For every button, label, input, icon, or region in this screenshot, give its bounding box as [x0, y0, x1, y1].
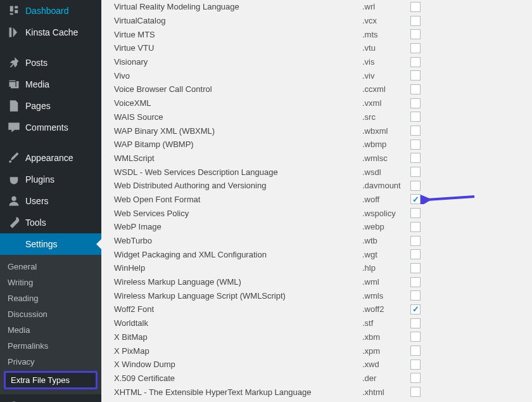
- file-type-checkbox[interactable]: [410, 112, 421, 122]
- file-type-checkbox[interactable]: [410, 29, 421, 39]
- dashboard-icon: [8, 4, 20, 17]
- file-type-checkbox[interactable]: [410, 57, 421, 67]
- file-type-description: WSDL - Web Services Description Language: [114, 167, 362, 177]
- file-type-description: WAP Bitamp (WBMP): [114, 139, 362, 149]
- sidebar-item-comments[interactable]: Comments: [0, 117, 101, 138]
- file-type-checkbox[interactable]: [410, 43, 421, 53]
- file-type-checkbox[interactable]: [410, 139, 421, 150]
- sidebar-item-label: Plugins: [25, 174, 54, 185]
- file-type-extension: .wml: [362, 277, 410, 287]
- file-type-description: WAIS Source: [114, 112, 362, 122]
- file-type-description: Widget Packaging and XML Configuration: [114, 250, 362, 259]
- sidebar-item-users[interactable]: Users: [0, 190, 101, 212]
- file-type-checkbox[interactable]: [410, 16, 421, 26]
- file-type-description: VoiceXML: [114, 98, 362, 108]
- file-type-checkbox[interactable]: [410, 98, 421, 108]
- file-type-row: X.509 Certificate.der: [114, 372, 519, 386]
- file-type-row: Web Distributed Authoring and Versioning…: [114, 179, 519, 193]
- sidebar-item-pages[interactable]: Pages: [0, 95, 101, 117]
- file-type-checkbox[interactable]: [410, 360, 421, 370]
- file-type-description: Web Services Policy: [114, 209, 362, 218]
- file-type-checkbox[interactable]: [410, 2, 421, 12]
- file-type-description: X PixMap: [114, 346, 362, 356]
- file-type-extension: .wmls: [362, 291, 410, 301]
- settings-sub-extra-file-types[interactable]: Extra File Types: [4, 371, 98, 389]
- sidebar-item-appearance[interactable]: Appearance: [0, 147, 101, 169]
- file-type-checkbox[interactable]: [410, 84, 421, 94]
- file-type-row: Web Services Policy.wspolicy: [114, 206, 519, 220]
- file-type-description: VirtualCatalog: [114, 16, 362, 25]
- pages-icon: [8, 100, 20, 112]
- collapse-icon: [8, 399, 20, 402]
- file-type-checkbox[interactable]: [410, 126, 421, 136]
- file-type-checkbox[interactable]: [410, 236, 421, 246]
- file-type-description: Web Distributed Authoring and Versioning: [114, 181, 362, 190]
- settings-sub-writing[interactable]: Writing: [0, 275, 101, 290]
- file-type-row: WebTurbo.wtb: [114, 234, 519, 248]
- file-type-description: WAP Binary XML (WBXML): [114, 126, 362, 136]
- brush-icon: [8, 152, 20, 164]
- file-type-checkbox[interactable]: [410, 373, 421, 383]
- file-type-checkbox[interactable]: [410, 290, 421, 301]
- settings-sub-permalinks[interactable]: Permalinks: [0, 338, 101, 354]
- file-type-extension: .woff: [362, 195, 410, 204]
- file-type-checkbox[interactable]: [410, 208, 421, 218]
- sidebar-item-tools[interactable]: Tools: [0, 212, 101, 233]
- file-type-description: X BitMap: [114, 332, 362, 342]
- file-type-extension: .webp: [362, 222, 410, 231]
- file-type-description: Wireless Markup Language (WML): [114, 277, 362, 287]
- file-type-description: XHTML - The Extensible HyperText Markup …: [114, 387, 362, 397]
- sidebar-item-dashboard[interactable]: Dashboard: [0, 0, 101, 22]
- file-type-description: Virtual Reality Modeling Language: [114, 2, 362, 11]
- settings-sub-privacy[interactable]: Privacy: [0, 354, 101, 370]
- file-type-checkbox[interactable]: [410, 318, 421, 328]
- settings-sub-media-sub[interactable]: Media: [0, 322, 101, 338]
- sidebar-item-media[interactable]: Media: [0, 74, 101, 95]
- file-type-row: WebP Image.webp: [114, 220, 519, 234]
- file-type-row: Virtue MTS.mts: [114, 27, 519, 41]
- file-type-checkbox[interactable]: [410, 304, 421, 314]
- file-type-row: WSDL - Web Services Description Language…: [114, 165, 519, 179]
- file-type-row: Widget Packaging and XML Configuration.w…: [114, 247, 519, 261]
- file-type-checkbox[interactable]: [410, 277, 421, 287]
- file-type-row: WAIS Source.src: [114, 110, 519, 124]
- file-type-extension: .xbm: [362, 332, 410, 342]
- file-type-checkbox[interactable]: [410, 332, 421, 342]
- file-type-checkbox[interactable]: [410, 346, 421, 356]
- file-type-checkbox[interactable]: [410, 181, 421, 191]
- file-type-row: X BitMap.xbm: [114, 330, 519, 344]
- file-type-row: X PixMap.xpm: [114, 344, 519, 358]
- file-type-description: WMLScript: [114, 153, 362, 163]
- file-type-checkbox[interactable]: [410, 263, 421, 273]
- file-type-description: Voice Browser Call Control: [114, 84, 362, 94]
- sidebar-item-label: Media: [25, 79, 49, 89]
- file-type-checkbox[interactable]: [410, 167, 421, 177]
- file-type-checkbox[interactable]: [410, 70, 421, 81]
- file-type-extension: .xhtml: [362, 387, 410, 397]
- collapse-menu-button[interactable]: Collapse menu: [0, 394, 101, 402]
- sidebar-item-label: Settings: [25, 239, 58, 249]
- file-type-checkbox[interactable]: [410, 222, 421, 232]
- file-type-row: Vivo.viv: [114, 68, 519, 82]
- sidebar-item-settings[interactable]: Settings: [0, 233, 101, 255]
- file-type-checkbox[interactable]: [410, 249, 421, 259]
- sidebar-item-label: Pages: [25, 101, 51, 111]
- main-content: Virtual Reality Modeling Language.wrlVir…: [101, 0, 532, 402]
- file-type-description: Visionary: [114, 57, 362, 67]
- sidebar-item-posts[interactable]: Posts: [0, 52, 101, 74]
- settings-sub-reading[interactable]: Reading: [0, 290, 101, 306]
- file-type-checkbox[interactable]: [410, 194, 421, 204]
- file-type-checkbox[interactable]: [410, 153, 421, 163]
- sidebar-item-kinsta[interactable]: Kinsta Cache: [0, 22, 101, 43]
- file-type-description: WebP Image: [114, 222, 362, 231]
- sidebar-item-plugins[interactable]: Plugins: [0, 169, 101, 190]
- settings-sub-discussion[interactable]: Discussion: [0, 306, 101, 322]
- file-type-checkbox[interactable]: [410, 387, 421, 397]
- settings-sub-general[interactable]: General: [0, 259, 101, 275]
- file-type-extension: .wspolicy: [362, 209, 410, 218]
- file-type-row: Virtual Reality Modeling Language.wrl: [114, 0, 519, 14]
- file-type-row: Wireless Markup Language Script (WMLScri…: [114, 289, 519, 302]
- media-icon: [8, 78, 20, 91]
- file-type-extension: .der: [362, 373, 410, 383]
- file-type-row: X Window Dump.xwd: [114, 358, 519, 372]
